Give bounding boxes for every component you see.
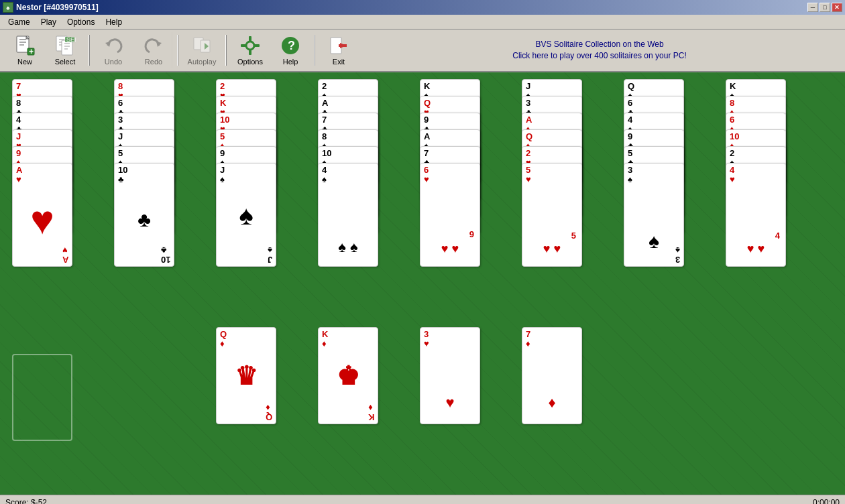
undo-label: Undo	[105, 58, 122, 66]
autoplay-label: Autoplay	[188, 58, 217, 66]
card-col4-6[interactable]: 4♠ ♠ ♠	[318, 163, 378, 267]
separator-3	[225, 35, 227, 66]
svg-rect-13	[64, 46, 70, 47]
help-icon: ?	[280, 35, 301, 56]
svg-rect-2	[19, 42, 26, 43]
separator-4	[314, 35, 315, 66]
separator-2	[177, 35, 178, 66]
exit-icon	[328, 35, 349, 56]
help-button[interactable]: ? Help	[271, 32, 310, 68]
autoplay-button[interactable]: Autoplay	[182, 32, 221, 68]
score-display: Score: $-52	[5, 498, 47, 505]
undo-icon	[103, 35, 124, 56]
card-col6-7[interactable]: 7♦ ♦	[522, 327, 582, 424]
menu-bar: Game Play Options Help	[0, 15, 845, 29]
time-display: 0:00:00	[813, 498, 840, 505]
close-button[interactable]: ✕	[832, 3, 842, 12]
card-col2-6[interactable]: 10♣ ♣ 10♣	[114, 163, 174, 267]
minimize-button[interactable]: ─	[807, 3, 818, 12]
svg-rect-23	[249, 36, 251, 42]
redo-button[interactable]: Redo	[134, 32, 173, 68]
game-area: 7♥7♥ ♥ 8♣ 4♣ J♥ 9♦ A♥ ♥ A♥ 8♥ 6♣ 3♣ J♠ 5…	[0, 72, 845, 495]
card-col3-6[interactable]: J♠ ♠ J♠	[216, 163, 276, 267]
menu-game[interactable]: Game	[3, 16, 36, 28]
svg-rect-31	[339, 44, 347, 47]
maximize-button[interactable]: □	[820, 3, 830, 12]
options-label: Options	[237, 58, 263, 66]
menu-play[interactable]: Play	[36, 16, 62, 28]
svg-rect-14	[64, 48, 68, 50]
separator-1	[89, 35, 90, 66]
svg-rect-24	[249, 50, 251, 55]
options-button[interactable]: Options	[231, 32, 270, 68]
empty-slot	[12, 354, 72, 441]
card-col4-7[interactable]: K♦ ♚ K♦	[318, 327, 378, 424]
title-bar: ♠ Nestor [#4039970511] ─ □ ✕	[0, 0, 845, 15]
window-title: Nestor [#4039970511]	[16, 3, 99, 12]
card-col1-6[interactable]: A♥ ♥ A♥	[12, 163, 72, 267]
help-label: Help	[283, 58, 298, 66]
svg-marker-17	[105, 42, 111, 47]
autoplay-icon	[191, 35, 213, 56]
card-col8-6[interactable]: 4♥ ♥ ♥ 4	[726, 163, 786, 267]
select-button[interactable]: SEL Select	[46, 32, 84, 68]
svg-rect-26	[254, 44, 260, 47]
window-controls: ─ □ ✕	[807, 3, 842, 12]
svg-rect-1	[19, 39, 26, 40]
card-col5-7[interactable]: 3♥ ♥	[420, 327, 480, 424]
undo-button[interactable]: Undo	[94, 32, 133, 68]
select-label: Select	[55, 58, 76, 66]
svg-marker-18	[156, 42, 162, 47]
card-col7-6[interactable]: 3♠ ♠ 3♠	[624, 163, 684, 267]
card-col3-7[interactable]: Q♦ ♛ Q♦	[216, 327, 276, 424]
bvs-banner[interactable]: BVS Solitaire Collection on the Web Clic…	[359, 39, 840, 62]
status-bar: Score: $-52 0:00:00	[0, 495, 845, 504]
card-col5-6[interactable]: 6♥ ♥ ♥ 9	[420, 163, 480, 267]
svg-point-22	[246, 42, 254, 50]
svg-rect-12	[64, 43, 70, 44]
menu-options[interactable]: Options	[62, 16, 100, 28]
svg-rect-3	[19, 44, 24, 46]
app-icon: ♠	[3, 2, 13, 13]
exit-label: Exit	[333, 58, 345, 66]
bvs-line1: BVS Solitaire Collection on the Web	[359, 39, 840, 50]
new-label: New	[17, 58, 32, 66]
toolbar: + New SEL Select	[0, 29, 845, 72]
svg-text:SEL: SEL	[66, 36, 76, 43]
options-icon	[239, 35, 261, 56]
svg-text:?: ?	[288, 39, 295, 52]
redo-icon	[143, 35, 164, 56]
svg-text:+: +	[29, 47, 34, 56]
new-button[interactable]: + New	[5, 32, 44, 68]
redo-label: Redo	[145, 58, 162, 66]
new-icon: +	[14, 35, 36, 56]
svg-rect-25	[241, 44, 246, 47]
card-col6-6[interactable]: 5♥ ♥ ♥ 5	[522, 163, 582, 267]
bvs-line2: Click here to play over 400 solitaires o…	[359, 50, 840, 62]
menu-help[interactable]: Help	[100, 16, 127, 28]
select-icon: SEL	[54, 35, 76, 56]
exit-button[interactable]: Exit	[319, 32, 358, 68]
